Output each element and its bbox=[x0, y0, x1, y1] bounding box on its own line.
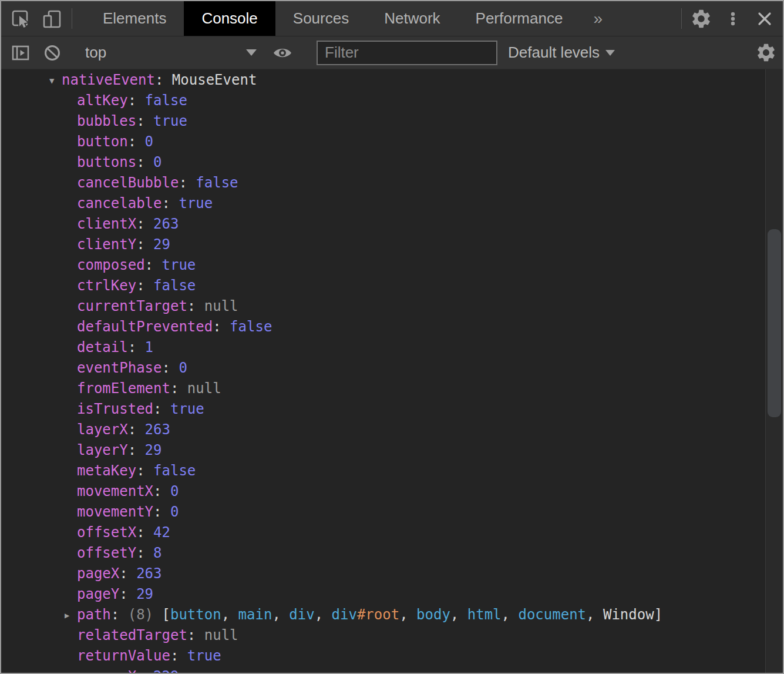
console-settings-button[interactable] bbox=[755, 42, 777, 63]
property-value: , bbox=[272, 606, 289, 623]
tab-sources[interactable]: Sources bbox=[275, 1, 366, 36]
property-value: 29 bbox=[145, 442, 162, 458]
console-row: isTrusted: true bbox=[1, 399, 783, 420]
colon-separator: : bbox=[111, 606, 128, 623]
colon-separator: : bbox=[153, 504, 170, 520]
tab-network[interactable]: Network bbox=[366, 1, 457, 36]
property-value: , bbox=[315, 606, 332, 623]
property-value: false bbox=[145, 92, 187, 109]
chevron-down-icon bbox=[605, 50, 615, 56]
colon-separator: : bbox=[136, 154, 153, 170]
tree-expanded-arrow-icon[interactable]: ▼ bbox=[49, 71, 62, 91]
colon-separator: : bbox=[179, 175, 196, 191]
property-name: isTrusted bbox=[77, 401, 153, 417]
more-options-button[interactable] bbox=[722, 1, 744, 36]
colon-separator: : bbox=[170, 648, 187, 664]
console-toolbar: top Default levels bbox=[1, 36, 783, 69]
property-name: layerX bbox=[77, 421, 128, 438]
console-row: offsetX: 42 bbox=[1, 522, 783, 543]
live-expression-button[interactable] bbox=[271, 42, 294, 64]
console-row: metaKey: false bbox=[1, 461, 783, 481]
colon-separator: : bbox=[136, 216, 153, 232]
console-row: relatedTarget: null bbox=[1, 625, 783, 646]
property-value: document bbox=[518, 606, 586, 623]
scrollbar-track[interactable] bbox=[765, 69, 783, 673]
tab-performance[interactable]: Performance bbox=[458, 1, 581, 36]
more-tabs-button[interactable]: » bbox=[580, 1, 615, 36]
colon-separator: : bbox=[119, 586, 136, 602]
property-name: clientY bbox=[77, 236, 136, 253]
console-row: screenX: 229 bbox=[1, 666, 783, 673]
property-name: fromElement bbox=[77, 380, 170, 397]
settings-gear-icon bbox=[690, 8, 712, 30]
property-value: #root bbox=[357, 606, 399, 623]
tab-elements[interactable]: Elements bbox=[85, 1, 184, 36]
tree-collapsed-arrow-icon[interactable]: ▶ bbox=[65, 605, 77, 626]
property-name: offsetX bbox=[77, 524, 136, 541]
property-name: ctrlKey bbox=[77, 277, 136, 294]
console-sidebar-icon bbox=[10, 42, 31, 63]
console-row: button: 0 bbox=[1, 132, 783, 152]
property-value: null bbox=[204, 298, 238, 314]
toolbar-right-controls bbox=[740, 42, 783, 63]
inspect-icon bbox=[10, 8, 31, 29]
colon-separator: : bbox=[136, 524, 153, 541]
property-value: true bbox=[179, 195, 213, 212]
property-value: (8) bbox=[128, 606, 153, 623]
property-name: movementX bbox=[77, 483, 153, 499]
console-sidebar-toggle-button[interactable] bbox=[9, 42, 32, 63]
property-value: div bbox=[332, 606, 357, 623]
console-row: buttons: 0 bbox=[1, 152, 783, 173]
colon-separator: : bbox=[187, 298, 204, 314]
clear-console-button[interactable] bbox=[41, 42, 63, 63]
console-row: clientY: 29 bbox=[1, 234, 783, 255]
scrollbar-thumb[interactable] bbox=[768, 229, 781, 417]
property-name: detail bbox=[77, 339, 128, 356]
toolbar-settings-gear-icon bbox=[755, 42, 777, 63]
property-value: MouseEvent bbox=[172, 72, 257, 88]
property-name: button bbox=[77, 133, 128, 150]
property-name: layerY bbox=[77, 442, 128, 458]
tab-console[interactable]: Console bbox=[184, 1, 275, 36]
property-value: main bbox=[238, 606, 272, 623]
property-name: nativeEvent bbox=[62, 72, 155, 88]
property-value: [ bbox=[153, 606, 170, 623]
colon-separator: : bbox=[153, 483, 170, 499]
console-row: ▼nativeEvent: MouseEvent bbox=[1, 70, 783, 90]
property-value: Window bbox=[603, 606, 654, 623]
property-value: 29 bbox=[136, 586, 153, 602]
log-levels-label: Default levels bbox=[508, 43, 600, 62]
colon-separator: : bbox=[153, 401, 170, 417]
property-name: defaultPrevented bbox=[77, 318, 213, 335]
property-value: 1 bbox=[145, 339, 153, 356]
property-value: false bbox=[153, 462, 196, 479]
property-name: buttons bbox=[77, 154, 136, 170]
colon-separator: : bbox=[145, 257, 162, 273]
property-value: 0 bbox=[153, 154, 161, 170]
property-name: altKey bbox=[77, 92, 128, 109]
settings-button[interactable] bbox=[690, 1, 712, 36]
log-levels-selector[interactable]: Default levels bbox=[508, 43, 615, 62]
property-value: , bbox=[502, 606, 519, 623]
devtools-window: Elements Console Sources Network Perform… bbox=[0, 0, 784, 674]
colon-separator: : bbox=[136, 545, 153, 561]
context-label: top bbox=[85, 43, 106, 62]
console-row: layerY: 29 bbox=[1, 440, 783, 461]
property-value: 263 bbox=[145, 421, 170, 438]
property-value: , bbox=[221, 606, 238, 623]
property-value: false bbox=[230, 318, 272, 335]
filter-input[interactable] bbox=[317, 41, 497, 65]
property-value: , bbox=[399, 606, 416, 623]
eye-icon bbox=[271, 42, 294, 64]
console-row: ▶path: (8) [button, main, div, div#root,… bbox=[1, 605, 783, 625]
property-value: 29 bbox=[153, 236, 170, 253]
javascript-context-selector[interactable]: top bbox=[85, 43, 257, 62]
inspect-element-button[interactable] bbox=[9, 1, 32, 36]
colon-separator: : bbox=[128, 421, 145, 438]
property-value: body bbox=[416, 606, 450, 623]
separator bbox=[72, 8, 72, 29]
colon-separator: : bbox=[155, 72, 172, 88]
console-row: movementX: 0 bbox=[1, 481, 783, 502]
toggle-device-toolbar-button[interactable] bbox=[41, 1, 63, 36]
close-devtools-button[interactable] bbox=[753, 1, 776, 36]
